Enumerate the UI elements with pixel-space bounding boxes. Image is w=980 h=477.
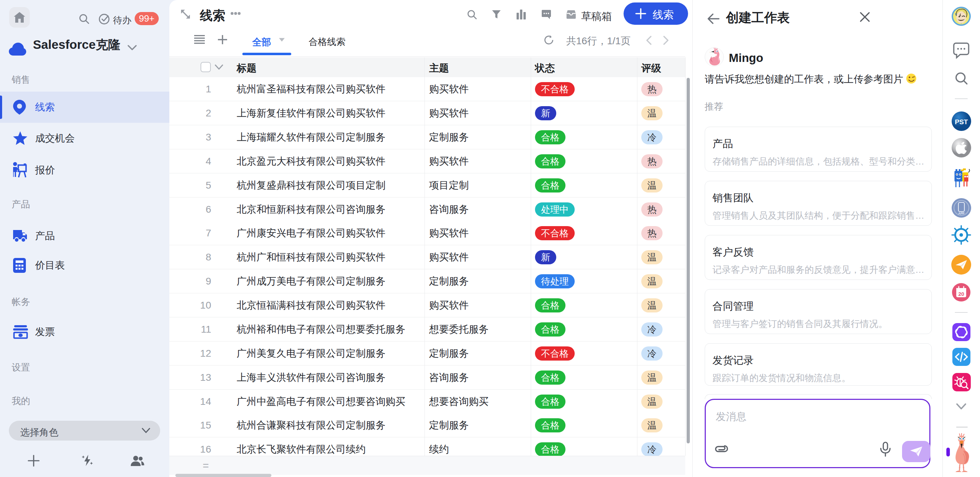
svg-text:APP: APP — [958, 212, 965, 215]
svg-text:20: 20 — [958, 291, 964, 297]
svg-text:PST: PST — [955, 118, 968, 126]
